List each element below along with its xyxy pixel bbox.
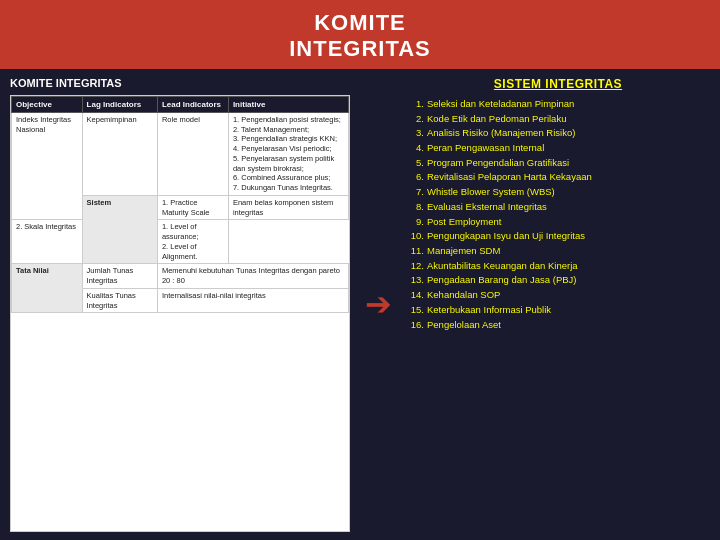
cell-lead-2a: 1. Practice Maturity Scale	[157, 195, 228, 220]
header-bar: KOMITE INTEGRITAS	[0, 0, 720, 69]
left-panel: KOMITE INTEGRITAS Objective Lag Indicato…	[10, 77, 350, 532]
cell-initiative-2b: 1. Level of assurance;2. Level of Alignm…	[157, 220, 228, 264]
header-line2: INTEGRITAS	[289, 36, 431, 61]
content-area: KOMITE INTEGRITAS Objective Lag Indicato…	[0, 69, 720, 540]
arrow-container: ➔	[360, 77, 396, 532]
cell-initiative-2a: Enam belas komponen sistem integritas	[228, 195, 348, 220]
list-item: 14.Kehandalan SOP	[406, 288, 710, 303]
cell-lead-2b: 2. Skala Integritas	[12, 220, 83, 264]
col-lag: Lag Indicators	[82, 96, 157, 112]
cell-initiative-3b: Internalisasi nilai-nilai integritas	[157, 288, 348, 313]
komite-label: KOMITE INTEGRITAS	[10, 77, 350, 89]
list-item: 13.Pengadaan Barang dan Jasa (PBJ)	[406, 273, 710, 288]
list-item: 3.Analisis Risiko (Manajemen Risiko)	[406, 126, 710, 141]
sistem-list: 1.Seleksi dan Keteladanan Pimpinan 2.Kod…	[406, 97, 710, 333]
table-row: Tata Nilai Jumlah Tunas Integritas Memen…	[12, 264, 349, 289]
right-arrow-icon: ➔	[365, 288, 392, 320]
header-line1: KOMITE	[314, 10, 406, 35]
list-item: 7.Whistle Blower System (WBS)	[406, 185, 710, 200]
list-item: 2.Kode Etik dan Pedoman Perilaku	[406, 112, 710, 127]
list-item: 6.Revitalisasi Pelaporan Harta Kekayaan	[406, 170, 710, 185]
col-initiative: Initiative	[228, 96, 348, 112]
sistem-title: SISTEM INTEGRITAS	[406, 77, 710, 91]
list-item: 8.Evaluasi Eksternal Integritas	[406, 200, 710, 215]
list-item: 1.Seleksi dan Keteladanan Pimpinan	[406, 97, 710, 112]
list-item: 15.Keterbukaan Informasi Publik	[406, 303, 710, 318]
cell-lag-3a: Jumlah Tunas Integritas	[82, 264, 157, 289]
table-container: Objective Lag Indicators Lead Indicators…	[10, 95, 350, 532]
table-header-row: Objective Lag Indicators Lead Indicators…	[12, 96, 349, 112]
header-title: KOMITE INTEGRITAS	[0, 10, 720, 63]
table-row: 2. Skala Integritas 1. Level of assuranc…	[12, 220, 349, 264]
col-lead: Lead Indicators	[157, 96, 228, 112]
col-objective: Objective	[12, 96, 83, 112]
table-row: Indeks Integritas Nasional Kepemimpinan …	[12, 112, 349, 195]
cell-lag-1: Kepemimpinan	[82, 112, 157, 195]
list-item: 5.Program Pengendalian Gratifikasi	[406, 156, 710, 171]
cell-initiative-3a: Memenuhi kebutuhan Tunas Integritas deng…	[157, 264, 348, 289]
list-item: 9.Post Employment	[406, 215, 710, 230]
list-item: 10.Pengungkapan Isyu dan Uji Integritas	[406, 229, 710, 244]
cell-initiative-1: 1. Pengendalian posisi strategis; 2. Tal…	[228, 112, 348, 195]
list-item: 12.Akuntabilitas Keuangan dan Kinerja	[406, 259, 710, 274]
cell-lag-3b: Kualitas Tunas Integritas	[82, 288, 157, 313]
list-item: 11.Manajemen SDM	[406, 244, 710, 259]
right-panel: SISTEM INTEGRITAS 1.Seleksi dan Ketelada…	[406, 77, 710, 532]
cell-objective-3: Tata Nilai	[12, 264, 83, 313]
cell-objective-1: Indeks Integritas Nasional	[12, 112, 83, 220]
cell-lead-1: Role model	[157, 112, 228, 195]
slide: KOMITE INTEGRITAS KOMITE INTEGRITAS Obje…	[0, 0, 720, 540]
list-item: 4.Peran Pengawasan Internal	[406, 141, 710, 156]
integrity-table: Objective Lag Indicators Lead Indicators…	[11, 96, 349, 314]
cell-objective-2: Sistem	[82, 195, 157, 264]
list-item: 16.Pengelolaan Aset	[406, 318, 710, 333]
